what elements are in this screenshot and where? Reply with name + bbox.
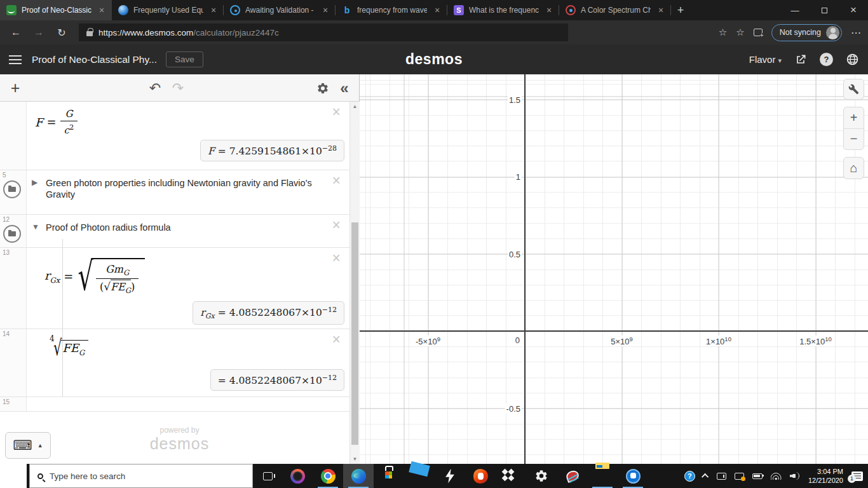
taskbar-app-settings[interactable] xyxy=(526,464,557,488)
tab-close-icon[interactable]: × xyxy=(544,5,554,15)
add-favorite-icon[interactable]: ☆ xyxy=(719,27,727,38)
taskbar-app-bolt[interactable] xyxy=(435,464,465,488)
share-icon[interactable] xyxy=(794,53,807,66)
task-view-button[interactable] xyxy=(253,464,282,488)
collapse-panel-icon[interactable]: « xyxy=(334,74,355,102)
windows-ink-icon[interactable] xyxy=(717,473,726,480)
scroll-up-icon[interactable]: ▲ xyxy=(350,104,360,109)
taskbar-app-store[interactable] xyxy=(374,464,404,488)
volume-icon[interactable] xyxy=(790,472,800,480)
expression-content[interactable]: × 4 √ FEG = 4.0852248067×10−12 xyxy=(27,329,349,396)
taskbar-app-edge[interactable] xyxy=(343,464,374,488)
taskbar-app-pin[interactable] xyxy=(618,464,648,488)
folder-title[interactable]: Proof of Photon radius formula xyxy=(46,222,320,233)
expression-content[interactable] xyxy=(27,397,349,411)
taskbar-clock[interactable]: 3:04 PM 12/21/2020 xyxy=(808,467,843,485)
restore-button[interactable] xyxy=(810,0,839,20)
delete-folder-icon[interactable]: × xyxy=(332,174,341,187)
back-icon[interactable]: ← xyxy=(6,27,25,38)
row-gutter[interactable]: 13 xyxy=(0,248,27,329)
forward-icon[interactable]: → xyxy=(29,27,48,38)
address-bar[interactable]: https://www.desmos.com/calculator/pjauz2… xyxy=(79,24,568,41)
row-gutter[interactable] xyxy=(0,102,27,170)
tab-close-icon[interactable]: × xyxy=(97,5,107,15)
taskbar-app-snipping-tool[interactable] xyxy=(557,464,587,488)
hamburger-menu-icon[interactable] xyxy=(9,55,22,64)
taskbar-app-mail[interactable] xyxy=(404,464,435,488)
minimize-button[interactable]: — xyxy=(780,0,810,20)
notification-center-icon[interactable]: 1 xyxy=(851,471,863,481)
row-gutter[interactable]: 5 xyxy=(0,170,27,214)
scroll-down-icon[interactable]: ▼ xyxy=(350,456,360,462)
delete-expression-icon[interactable]: × xyxy=(332,333,341,346)
profile-button[interactable]: Not syncing xyxy=(771,24,842,41)
folder-expanded-caret-icon[interactable]: ▼ xyxy=(32,222,39,231)
expression-latex[interactable]: rGx = √ GmG (√FEG) xyxy=(44,258,145,295)
folder-row-green-photon[interactable]: 5 ▶ Green photon properties including Ne… xyxy=(0,170,349,215)
expression-latex[interactable]: F = Gc2 xyxy=(35,108,78,136)
account-menu[interactable]: Flavor▾ xyxy=(749,54,782,65)
favorites-bar-icon[interactable]: ☆ xyxy=(736,27,744,38)
taskbar-app-file-explorer[interactable] xyxy=(587,464,618,488)
tab-frequently-used-equations[interactable]: Frequently Used Equati × xyxy=(112,0,224,20)
taskbar-app-office[interactable] xyxy=(465,464,496,488)
close-button[interactable]: × xyxy=(839,0,868,20)
expression-content[interactable]: × F = Gc2 F = 7.4259154861×10−28 xyxy=(27,102,349,170)
zoom-out-button[interactable]: − xyxy=(844,128,864,149)
expression-row-4[interactable]: × F = Gc2 F = 7.4259154861×10−28 xyxy=(0,102,349,170)
show-keyboard-button[interactable]: ⌨ ▲ xyxy=(5,432,51,459)
new-tab-button[interactable]: + xyxy=(671,0,690,20)
undo-icon[interactable]: ↶ xyxy=(145,74,165,102)
expression-row-13[interactable]: 13 × rGx = √ GmG (√FEG) xyxy=(0,248,349,329)
graph-settings-button[interactable] xyxy=(843,79,864,100)
folder-icon[interactable] xyxy=(3,225,21,243)
browser-menu-icon[interactable]: ⋯ xyxy=(851,27,862,39)
expression-latex[interactable]: 4 √ FEG xyxy=(50,338,88,357)
cast-screen-icon[interactable] xyxy=(735,473,744,480)
url-text[interactable]: https://www.desmos.com/calculator/pjauz2… xyxy=(98,28,279,37)
graph-title[interactable]: Proof of Neo-Classical Phy... xyxy=(32,54,157,65)
refresh-icon[interactable]: ↻ xyxy=(52,27,71,39)
folder-title[interactable]: Green photon properties including Newton… xyxy=(46,177,320,201)
folder-content[interactable]: ▼ Proof of Photon radius formula × xyxy=(27,215,349,247)
globe-language-icon[interactable] xyxy=(846,53,859,66)
tab-what-is-the-frequency[interactable]: S What is the frequency o × xyxy=(447,0,559,20)
collections-icon[interactable] xyxy=(754,29,763,36)
delete-folder-icon[interactable]: × xyxy=(332,219,341,231)
tab-close-icon[interactable]: × xyxy=(656,5,666,15)
help-tray-icon[interactable]: ? xyxy=(684,471,695,482)
tab-close-icon[interactable]: × xyxy=(208,5,219,15)
default-viewport-button[interactable]: ⌂ xyxy=(843,157,864,179)
tab-close-icon[interactable]: × xyxy=(320,5,330,15)
expression-row-15-empty[interactable]: 15 xyxy=(0,397,349,412)
help-icon[interactable]: ? xyxy=(820,53,833,66)
tab-close-icon[interactable]: × xyxy=(432,5,442,15)
expression-row-14[interactable]: 14 × 4 √ FEG = 4.0852248067×10−12 xyxy=(0,329,349,397)
graph-canvas[interactable]: -5×10905×1091×10101.5×10101.510.5-0.5 xyxy=(360,74,868,464)
add-expression-button[interactable]: + xyxy=(5,74,25,102)
row-gutter[interactable]: 15 xyxy=(0,397,27,411)
wifi-icon[interactable] xyxy=(771,472,782,480)
tab-desmos-calculator[interactable]: Proof of Neo-Classical P × xyxy=(0,0,112,20)
save-button[interactable]: Save xyxy=(166,51,203,67)
folder-content[interactable]: ▶ Green photon properties including Newt… xyxy=(27,170,349,214)
expression-content[interactable]: × rGx = √ GmG (√FEG) rGx xyxy=(27,248,349,329)
zoom-in-button[interactable]: + xyxy=(844,107,864,128)
redo-icon[interactable]: ↷ xyxy=(168,74,188,102)
battery-icon[interactable] xyxy=(752,473,763,479)
delete-expression-icon[interactable]: × xyxy=(332,105,341,118)
row-gutter[interactable]: 14 xyxy=(0,329,27,396)
folder-icon[interactable] xyxy=(3,180,21,198)
scrollbar-thumb[interactable] xyxy=(351,222,358,445)
expression-scrollbar[interactable]: ▲ ▼ xyxy=(349,102,360,464)
row-gutter[interactable]: 12 xyxy=(0,215,27,247)
tab-frequency-from-wavelength[interactable]: b frequency from wavelen × xyxy=(336,0,447,20)
show-hidden-icons-chevron[interactable] xyxy=(702,473,709,480)
folder-row-photon-radius[interactable]: 12 ▼ Proof of Photon radius formula × xyxy=(0,215,349,248)
taskbar-app-media-player[interactable] xyxy=(282,464,313,488)
taskbar-app-dropbox[interactable] xyxy=(496,464,526,488)
taskbar-app-chrome[interactable] xyxy=(313,464,343,488)
delete-expression-icon[interactable]: × xyxy=(332,252,341,264)
graph-settings-gear-icon[interactable] xyxy=(313,74,333,102)
folder-collapsed-caret-icon[interactable]: ▶ xyxy=(32,178,37,187)
